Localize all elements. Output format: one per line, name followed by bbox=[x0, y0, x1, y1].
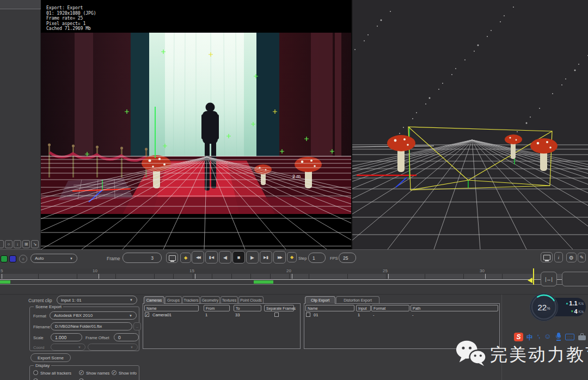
play-backward-button[interactable]: ◀ bbox=[219, 251, 231, 263]
tab-textures[interactable]: Textures bbox=[220, 296, 238, 303]
memory-gauge[interactable]: 22 % bbox=[530, 293, 558, 321]
upload-arrow-icon: ▴ bbox=[566, 301, 568, 305]
fast-forward-icon: ▶▶ bbox=[278, 255, 281, 260]
tab-geometry[interactable]: Geometry bbox=[200, 296, 220, 303]
browse-dots: .. bbox=[136, 324, 138, 328]
tab-point-clouds[interactable]: Point Clouds bbox=[238, 296, 264, 303]
perspective-viewport[interactable] bbox=[351, 0, 588, 249]
cameras-header-name[interactable]: Name bbox=[144, 305, 199, 311]
auto-mode-dropdown[interactable]: Auto ▼ bbox=[30, 254, 77, 263]
save-view-button[interactable]: ↓ bbox=[14, 240, 21, 248]
timeline[interactable]: 5 10 15 20 25 30 |↔| bbox=[0, 268, 588, 294]
step-input[interactable]: 1 bbox=[308, 253, 326, 263]
camera-row-name[interactable]: Camera01 bbox=[152, 312, 171, 317]
show-all-trackers-checkbox[interactable] bbox=[33, 370, 38, 375]
timeline-extra-field[interactable] bbox=[562, 272, 588, 286]
playhead-marker[interactable] bbox=[528, 278, 532, 283]
tab-distortion-export[interactable]: Distortion Export bbox=[336, 296, 379, 303]
left-panel-header bbox=[0, 0, 41, 9]
show-names-checkbox[interactable]: ✓ bbox=[79, 370, 84, 375]
view-frame-button[interactable] bbox=[166, 253, 178, 263]
cameras-header-to[interactable]: To bbox=[234, 305, 261, 311]
net-speed-widget[interactable]: 22 % ▴ 1.1 K/s ▾ 4 K/s bbox=[530, 293, 588, 321]
tab-trackers[interactable]: Trackers bbox=[182, 296, 200, 303]
fast-forward-button[interactable]: ▶▶ bbox=[273, 251, 286, 263]
timeline-tick-label: 5 bbox=[1, 268, 3, 273]
frame-offset-value: 0 bbox=[118, 335, 121, 340]
color-mode-button[interactable]: ○ bbox=[19, 255, 27, 263]
expand-icon: ⊞ bbox=[24, 242, 28, 247]
cameras-header-from[interactable]: From bbox=[204, 305, 230, 311]
clip-row-name[interactable]: 01 bbox=[314, 312, 318, 317]
watermark: 完美动力教育 bbox=[455, 338, 588, 370]
coord-dropdown-1[interactable]: ▼ bbox=[51, 344, 85, 351]
fit-view-button[interactable]: ↘ bbox=[31, 240, 39, 248]
display-settings-button[interactable] bbox=[541, 252, 553, 262]
expand-view-button[interactable]: ⊞ bbox=[22, 240, 30, 248]
wechat-icon bbox=[455, 339, 487, 368]
show-info-checkbox[interactable]: ✓ bbox=[112, 370, 117, 375]
gauge-arc bbox=[530, 293, 558, 321]
green-swatch[interactable] bbox=[1, 255, 8, 262]
step-value: 1 bbox=[313, 255, 315, 261]
camera-viewport[interactable]: 2 m Export: Export 01: 1920x1080 (JPG) F… bbox=[41, 0, 351, 249]
export-scene-label: Export Scene bbox=[38, 356, 64, 360]
display-group: Display Show all trackers ✓ Show names ✓… bbox=[29, 365, 139, 380]
upload-value: 1.1 bbox=[569, 300, 577, 307]
ruler-major-tick bbox=[2, 274, 2, 279]
fit-timeline-button[interactable]: |↔| bbox=[541, 272, 557, 286]
panel-edge-button[interactable] bbox=[0, 240, 4, 248]
export-scene-button[interactable]: Export Scene bbox=[30, 353, 71, 362]
format-label: Format bbox=[33, 314, 46, 318]
camera-row-from: 1 bbox=[205, 312, 207, 317]
playhead-line[interactable] bbox=[533, 268, 534, 285]
filename-label: Filename bbox=[33, 324, 50, 329]
frame-input[interactable]: 3 bbox=[122, 253, 162, 263]
stop-button[interactable]: ■ bbox=[232, 251, 245, 263]
clip-row-checkbox[interactable] bbox=[306, 312, 310, 317]
prev-keyframe-button[interactable]: ◆ bbox=[180, 253, 191, 263]
clip-header-format[interactable]: Format bbox=[371, 305, 409, 311]
tab-groups[interactable]: Groups bbox=[165, 296, 182, 303]
current-clip-dropdown[interactable]: Input 1: 01 ▼ bbox=[57, 296, 137, 304]
timeline-ruler[interactable] bbox=[0, 274, 588, 279]
tab-cameras[interactable]: Cameras bbox=[144, 296, 164, 304]
timeline-tick-label: 20 bbox=[286, 268, 291, 273]
circle-tool-button[interactable]: ○ bbox=[5, 240, 13, 248]
camera-row-checkbox[interactable]: ✓ bbox=[145, 312, 149, 317]
stop-icon: ■ bbox=[237, 255, 240, 260]
format-dropdown[interactable]: Autodesk FBX 2010 ▼ bbox=[50, 311, 137, 320]
chevron-down-icon: ▼ bbox=[70, 257, 73, 260]
next-keyframe-button[interactable]: ◆ bbox=[287, 252, 297, 262]
camera-row-separate-checkbox[interactable] bbox=[274, 312, 279, 317]
rewind-button[interactable]: ◀◀ bbox=[192, 251, 204, 263]
settings-button[interactable]: ⚙ bbox=[566, 253, 577, 262]
clip-header-path[interactable]: Path bbox=[411, 305, 498, 311]
info-button[interactable]: i bbox=[554, 252, 563, 262]
scale-input[interactable]: 1.000 bbox=[51, 333, 82, 341]
track-top-line bbox=[0, 279, 588, 280]
timeline-tick-label: 15 bbox=[189, 268, 194, 273]
clip-header-input[interactable]: Input bbox=[356, 305, 371, 311]
coord-dropdown-2[interactable]: ▼ bbox=[88, 344, 138, 351]
step-forward-button[interactable]: ▶▮ bbox=[260, 251, 272, 263]
step-back-button[interactable]: ▮◀ bbox=[205, 251, 218, 263]
blue-swatch[interactable] bbox=[9, 255, 16, 262]
ruler-major-tick bbox=[292, 274, 292, 279]
play-button[interactable]: ▶ bbox=[246, 251, 259, 263]
cached-range-segment bbox=[254, 280, 273, 284]
circle-icon: ○ bbox=[22, 257, 24, 261]
step-label: Step bbox=[298, 256, 307, 261]
filename-value: D:/VBG2/New Folder/01.fbx bbox=[55, 324, 102, 328]
cameras-header-separate-frames[interactable]: Separate Frames bbox=[264, 305, 294, 311]
check-icon: ✓ bbox=[145, 313, 149, 317]
clip-header-name[interactable]: Name bbox=[305, 305, 354, 311]
show-info-label: Show info bbox=[119, 371, 137, 376]
edit-button[interactable]: ✎ bbox=[578, 253, 586, 262]
frame-offset-input[interactable]: 0 bbox=[114, 333, 139, 341]
browse-button[interactable]: .. bbox=[133, 322, 141, 330]
fps-input[interactable]: 25 bbox=[339, 253, 356, 263]
scale-label: 2 m bbox=[292, 174, 301, 179]
filename-input[interactable]: D:/VBG2/New Folder/01.fbx bbox=[51, 322, 132, 330]
tab-clip-export[interactable]: Clip Export bbox=[305, 296, 335, 304]
